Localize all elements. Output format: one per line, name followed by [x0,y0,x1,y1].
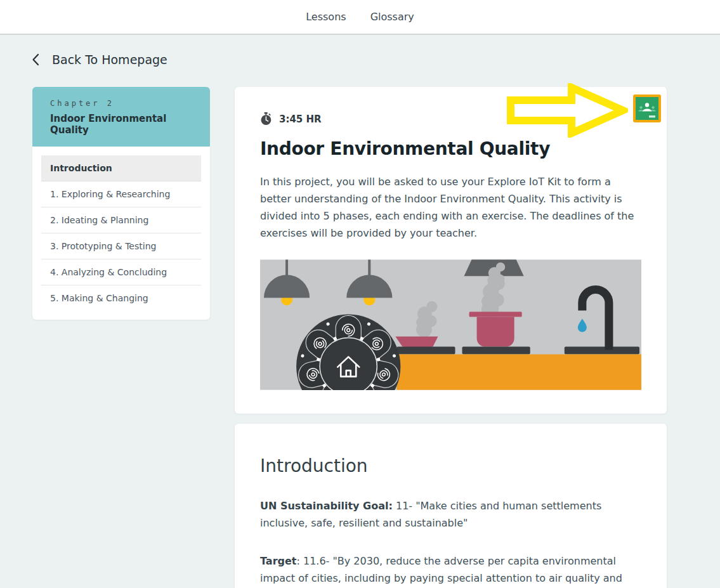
target-paragraph: Target: 11.6- "By 2030, reduce the adver… [260,552,644,588]
target-lead: Target [260,555,297,567]
stopwatch-icon [260,112,272,126]
section-heading: Introduction [260,455,641,476]
lesson-description: In this project, you will be asked to us… [260,173,644,242]
sidebar-item-analyzing-concluding[interactable]: 4. Analyzing & Concluding [41,259,201,285]
sidebar-item-making-changing[interactable]: 5. Making & Changing [41,285,201,311]
google-classroom-button[interactable] [633,95,661,122]
sidebar-item-prototyping-testing[interactable]: 3. Prototyping & Testing [41,233,201,259]
lesson-illustration-kitchen [260,259,641,390]
chapter-label: Chapter 2 [50,99,192,108]
nav-link-glossary[interactable]: Glossary [370,11,414,23]
introduction-section-card: Introduction UN Sustainability Goal: 11-… [235,424,667,588]
duration-text: 3:45 HR [279,114,322,125]
target-text: : 11.6- "By 2030, reduce the adverse per… [260,555,622,588]
yellow-arrow-annotation [506,83,628,140]
lesson-title: Indoor Environmental Quality [260,138,641,159]
lesson-overview-card: 3:45 HR Indoor Environmental Quality In … [235,87,667,414]
chapter-header: Chapter 2 Indoor Environmental Quality [32,87,210,147]
sidebar-item-exploring-researching[interactable]: 1. Exploring & Researching [41,181,201,207]
chapter-title: Indoor Environmental Quality [50,113,192,136]
back-to-homepage-link[interactable]: Back To Homepage [32,53,167,67]
lesson-main: 3:45 HR Indoor Environmental Quality In … [235,87,667,588]
nav-link-lessons[interactable]: Lessons [306,11,346,23]
un-goal-paragraph: UN Sustainability Goal: 11- "Make cities… [260,497,644,532]
page-content: Chapter 2 Indoor Environmental Quality I… [32,87,720,588]
chapter-sidebar: Chapter 2 Indoor Environmental Quality I… [32,87,210,320]
sidebar-item-introduction[interactable]: Introduction [41,155,201,181]
chevron-left-icon [32,53,39,66]
un-goal-lead: UN Sustainability Goal: [260,500,393,512]
back-link-label: Back To Homepage [52,53,167,67]
lesson-duration: 3:45 HR [260,112,641,126]
chapter-section-list: Introduction 1. Exploring & Researching … [32,147,210,320]
google-classroom-icon [636,97,658,120]
top-navigation: Lessons Glossary [0,0,720,35]
sidebar-item-ideating-planning[interactable]: 2. Ideating & Planning [41,207,201,233]
